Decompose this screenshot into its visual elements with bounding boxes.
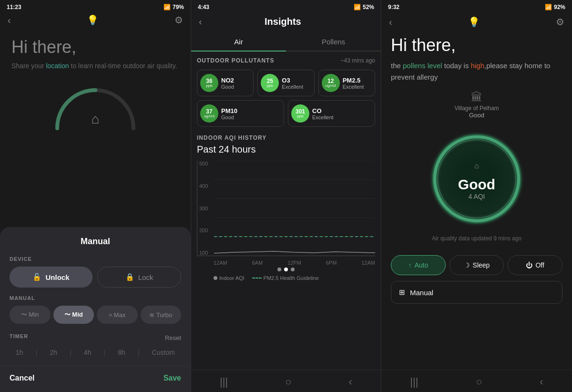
pm10-unit: ug/m3	[204, 114, 214, 118]
location-link[interactable]: location	[46, 62, 69, 70]
arc-container: ⌂	[11, 81, 179, 133]
pm25-name: PM2.5	[343, 77, 364, 84]
back-icon[interactable]: ‹	[8, 15, 11, 26]
timer-4h[interactable]: 4h	[84, 349, 92, 356]
circle-pm10: 37 ug/m3	[200, 104, 218, 123]
statusbar-2: 4:43 📶 52%	[191, 0, 381, 12]
back-icon-3[interactable]: ‹	[389, 17, 392, 28]
off-mode-button[interactable]: ⏻ Off	[508, 255, 562, 275]
back-icon-2[interactable]: ‹	[199, 16, 202, 27]
subtitle-1: Share your location to learn real-time o…	[11, 61, 179, 71]
o3-status: Excellent	[282, 84, 303, 90]
timer-2h[interactable]: 2h	[50, 349, 57, 356]
battery-1: 79%	[173, 4, 184, 10]
auto-mode-button[interactable]: ↑ Auto	[391, 255, 446, 275]
o3-name: O3	[282, 77, 303, 84]
timer-custom[interactable]: Custom	[152, 349, 175, 356]
sleep-label: Sleep	[473, 261, 490, 269]
manual-mode-button[interactable]: ⊞ Manual	[391, 281, 562, 304]
indoor-aqi-label: INDOOR AQI HISTORY	[197, 134, 375, 141]
chart-wrapper: 500 400 300 200 100	[197, 161, 375, 266]
manual-mode-label: Manual	[410, 289, 433, 297]
bulb-icon[interactable]: 💡	[87, 14, 99, 26]
x-labels: 12AM 6AM 12PM 6PM 12AM	[197, 260, 375, 266]
wifi-icon-2: 📶	[354, 4, 361, 10]
nav-home-icon-2[interactable]: ○	[285, 376, 291, 388]
air-quality-update: Air quality data updated 9 mins ago	[432, 235, 521, 242]
outdoor-time: ~43 mins ago	[341, 57, 375, 64]
nav-home-icon-3[interactable]: ○	[476, 376, 482, 388]
statusbar-1: 11:23 📶 79%	[0, 0, 191, 12]
statusbar-right-3: 📶 92%	[545, 4, 565, 10]
timer-8h[interactable]: 8h	[118, 349, 125, 356]
y-500: 500	[199, 161, 208, 166]
pollutants-grid-2: 37 ug/m3 PM10 Good 301 ppb CO Excellent	[197, 100, 375, 127]
manual-label: MANUAL	[10, 295, 181, 301]
p2-content: OUTDOOR POLLUTANTS ~43 mins ago 36 ppb N…	[191, 57, 381, 370]
pollutant-no2: 36 ppb NO2 Good	[197, 70, 254, 96]
timer-label: TIMER	[10, 333, 28, 339]
legend-indoor-label: Indoor AQI	[219, 275, 245, 281]
auto-label: Auto	[414, 261, 428, 269]
bulb-icon-3[interactable]: 💡	[468, 16, 480, 28]
x-12am2: 12AM	[361, 260, 375, 266]
manual-title: Manual	[10, 237, 181, 247]
no2-name: NO2	[221, 77, 234, 84]
pollutant-o3: 25 ppb O3 Excellent	[257, 70, 314, 96]
legend-dash-pm25	[252, 278, 262, 279]
arc-svg: ⌂	[48, 81, 143, 133]
save-button[interactable]: Save	[163, 374, 181, 382]
off-label: Off	[535, 261, 544, 269]
panel-manual: 11:23 📶 79% ‹ 💡 ⚙ Hi there, Share your l…	[0, 0, 191, 392]
tab-air[interactable]: Air	[191, 33, 286, 52]
manual-drawer: Manual DEVICE 🔓 Unlock 🔒 Lock MANUAL 〜 M…	[0, 227, 191, 392]
device-label: DEVICE	[10, 256, 181, 262]
nav-lines-icon-2[interactable]: |||	[220, 376, 228, 388]
pollen-high: high	[471, 62, 484, 70]
speed-min[interactable]: 〜 Min	[10, 306, 51, 324]
pollutant-pm10: 37 ug/m3 PM10 Good	[197, 100, 284, 127]
co-name: CO	[312, 107, 334, 114]
no2-status: Good	[221, 84, 234, 90]
pollen-text: the pollens level today is high,please s…	[391, 60, 562, 83]
nav-back-icon-3[interactable]: ‹	[540, 376, 543, 388]
circle-o3: 25 ppb	[261, 74, 279, 92]
p3-content: Hi there, the pollens level today is hig…	[381, 30, 572, 370]
no2-unit: ppb	[206, 84, 212, 88]
pollutant-pm25: 12 ug/m3 PM2.5 Excellent	[318, 70, 375, 96]
subtitle-pre: Share your	[11, 62, 46, 70]
tab-pollens[interactable]: Pollens	[286, 33, 381, 51]
unlock-label: Unlock	[45, 273, 69, 281]
device-row: 🔓 Unlock 🔒 Lock	[10, 267, 181, 288]
insights-title: Insights	[202, 16, 364, 27]
chart-container: 500 400 300 200 100	[197, 161, 375, 256]
speed-turbo[interactable]: ≋ Turbo	[141, 306, 182, 324]
manual-icon: ⊞	[399, 288, 405, 297]
timer-1h[interactable]: 1h	[16, 349, 23, 356]
pollen-mid: today is	[442, 62, 471, 70]
cancel-button[interactable]: Cancel	[10, 374, 34, 382]
nav-back-icon-2[interactable]: ‹	[349, 376, 352, 388]
dot-3	[291, 268, 295, 271]
statusbar-right-2: 📶 52%	[354, 4, 374, 10]
y-100: 100	[199, 250, 208, 256]
unlock-button[interactable]: 🔓 Unlock	[10, 267, 92, 288]
location-status: Good	[469, 112, 484, 119]
nav-lines-icon-3[interactable]: |||	[410, 376, 418, 388]
speed-max[interactable]: ≈ Max	[97, 306, 138, 324]
outdoor-header: OUTDOOR POLLUTANTS ~43 mins ago	[197, 57, 375, 64]
lock-button[interactable]: 🔒 Lock	[97, 267, 181, 288]
sleep-mode-button[interactable]: ☽ Sleep	[449, 255, 504, 275]
lock-open-icon: 🔓	[32, 273, 41, 281]
chart-svg	[214, 161, 375, 256]
wifi-icon-3: 📶	[545, 4, 552, 10]
speed-mid[interactable]: 〜 Mid	[53, 306, 94, 324]
nav-bar-3: ||| ○ ‹	[381, 370, 572, 392]
settings-icon[interactable]: ⚙	[174, 14, 183, 26]
settings-icon-3[interactable]: ⚙	[556, 16, 564, 28]
battery-3: 92%	[554, 4, 565, 10]
chart-y-labels: 500 400 300 200 100	[197, 161, 210, 256]
timer-reset[interactable]: Reset	[165, 334, 181, 341]
sleep-icon: ☽	[464, 261, 470, 269]
circle-co: 301 ppb	[291, 104, 309, 123]
